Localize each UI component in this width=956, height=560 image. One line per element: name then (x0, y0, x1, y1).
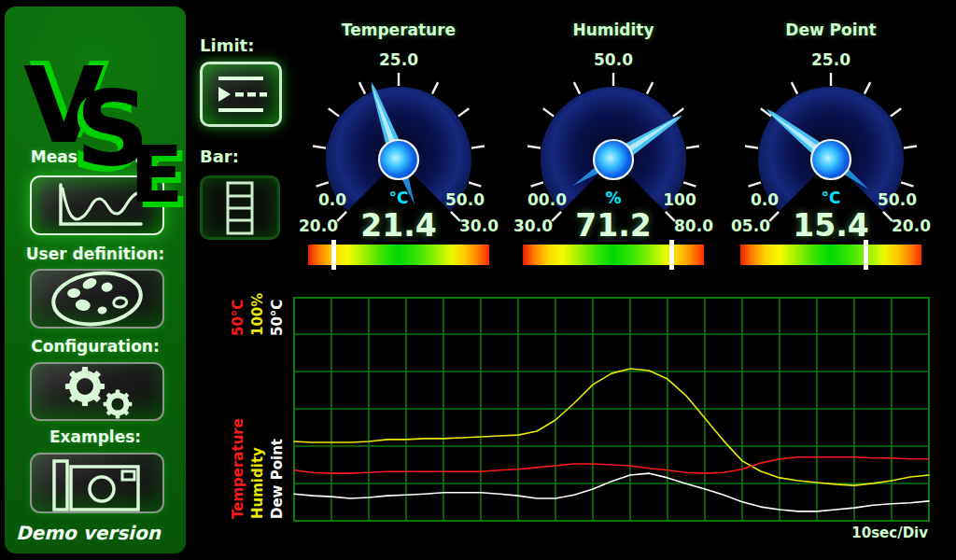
bar-display-icon (219, 181, 260, 235)
gauge-dew-point: Dew Point 25.0 0.0 °C 50.0 05.0 15.4 20.… (723, 11, 939, 282)
examples-label: Examples: (5, 427, 186, 446)
bar-marker (669, 240, 674, 270)
palette-icon (45, 268, 149, 329)
gauge-hub (811, 140, 851, 179)
bar-button[interactable] (200, 175, 280, 240)
logo-letter-e: E (130, 135, 183, 214)
legend-temperature: Temperature (230, 418, 247, 519)
demo-version-label: Demo version (16, 522, 161, 544)
legend-dew-point: Dew Point (269, 439, 287, 519)
limit-lines-icon (212, 73, 270, 116)
level-bar (523, 245, 704, 265)
camera-icon (49, 454, 146, 513)
gauge-hub (379, 140, 418, 179)
gauge-title: Dew Point (723, 21, 939, 39)
gauge-title: Humidity (505, 21, 722, 39)
gauge-max-label: 100 (649, 190, 710, 209)
limit-label: Limit: (200, 35, 254, 55)
user-definition-label: User definition: (5, 245, 186, 263)
bar-marker (864, 240, 868, 270)
gauge-hub (594, 140, 633, 179)
scale-label-temperature: 50°C (230, 300, 247, 336)
trend-chart (293, 297, 930, 522)
bar-range-max-label: 20.0 (883, 217, 939, 235)
time-per-div-label: 10sec/Div (851, 525, 928, 541)
user-definition-button[interactable] (30, 269, 164, 329)
gauge-max-label: 50.0 (866, 190, 928, 209)
chart-plot-area (293, 297, 930, 522)
gauge-humidity: Humidity 50.0 00.0 % 100 30.0 71.2 80.0 (505, 11, 722, 282)
bar-label: Bar: (200, 147, 239, 166)
gauge-temperature: Temperature 25.0 0.0 °C 50.0 20.0 21.4 3… (290, 11, 507, 282)
level-bar (308, 245, 489, 265)
examples-button[interactable] (30, 453, 164, 513)
gauge-title: Temperature (290, 21, 507, 39)
bar-marker (331, 240, 336, 270)
level-bar (740, 245, 921, 265)
scale-label-dew-point: 50°C (269, 300, 287, 336)
bar-range-max-label: 30.0 (451, 217, 507, 235)
gauge-max-label: 50.0 (434, 190, 496, 209)
gears-icon (46, 362, 148, 422)
sidebar: V S E Measurement: User definition: (5, 7, 186, 553)
app-window: V S E Measurement: User definition: (0, 0, 956, 560)
limit-button[interactable] (200, 62, 282, 127)
legend-humidity: Humidity (249, 447, 267, 519)
scale-label-humidity: 100% (249, 293, 267, 336)
configuration-label: Configuration: (5, 337, 186, 356)
bar-range-max-label: 80.0 (666, 217, 722, 235)
configuration-button[interactable] (30, 362, 164, 421)
